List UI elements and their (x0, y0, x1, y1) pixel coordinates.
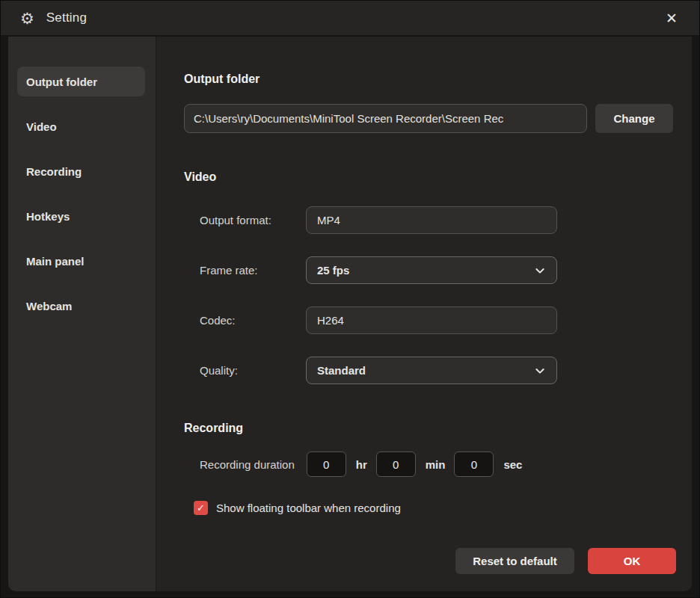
output-format-row: Output format: (184, 206, 692, 234)
output-path-input[interactable] (184, 104, 587, 133)
video-heading: Video (184, 170, 692, 184)
gear-icon: ⚙ (20, 10, 34, 26)
ok-button[interactable]: OK (588, 548, 676, 574)
chevron-down-icon (534, 265, 546, 277)
recording-duration-label: Recording duration (200, 458, 295, 471)
minutes-input[interactable] (376, 451, 416, 477)
codec-label: Codec: (200, 314, 306, 327)
frame-rate-value: 25 fps (317, 264, 349, 277)
quality-label: Quality: (200, 364, 306, 377)
chevron-down-icon (534, 365, 546, 377)
seconds-input[interactable] (454, 451, 494, 477)
recording-duration-row: Recording duration hr min sec (184, 451, 692, 477)
codec-row: Codec: (184, 306, 692, 334)
sidebar-item-hotkeys[interactable]: Hotkeys (17, 201, 145, 231)
floating-toolbar-label: Show floating toolbar when recording (216, 502, 401, 514)
video-rows: Output format: Frame rate: 25 fps (184, 206, 692, 384)
frame-rate-label: Frame rate: (200, 264, 306, 277)
footer-buttons: Reset to default OK (455, 548, 676, 574)
change-button[interactable]: Change (595, 104, 673, 133)
sidebar-item-recording[interactable]: Recording (17, 156, 145, 186)
seconds-unit-label: sec (503, 458, 522, 471)
output-folder-row: Change (184, 104, 692, 133)
dialog-body: Output folder Video Recording Hotkeys Ma… (1, 37, 699, 597)
sidebar-item-output-folder[interactable]: Output folder (17, 67, 145, 96)
settings-window: ⚙ Setting ✕ Output folder Video Recordin… (0, 0, 700, 598)
frame-rate-row: Frame rate: 25 fps (184, 256, 692, 284)
window-title: Setting (46, 10, 87, 25)
hours-unit-label: hr (356, 458, 367, 471)
reset-to-default-button[interactable]: Reset to default (455, 548, 574, 574)
output-format-input[interactable] (317, 214, 546, 226)
frame-rate-dropdown[interactable]: 25 fps (306, 256, 557, 284)
title-bar: ⚙ Setting ✕ (1, 1, 699, 37)
sidebar-item-main-panel[interactable]: Main panel (17, 246, 145, 276)
output-format-field[interactable] (306, 206, 557, 234)
recording-heading: Recording (184, 422, 692, 435)
sidebar-item-webcam[interactable]: Webcam (17, 291, 145, 321)
quality-value: Standard (317, 364, 366, 377)
minutes-unit-label: min (426, 458, 446, 471)
output-folder-heading: Output folder (184, 73, 692, 86)
codec-field[interactable] (306, 306, 557, 334)
quality-row: Quality: Standard (184, 357, 692, 384)
output-format-label: Output format: (200, 214, 306, 226)
codec-input[interactable] (317, 314, 546, 327)
floating-toolbar-row: ✓ Show floating toolbar when recording (184, 501, 692, 515)
floating-toolbar-checkbox[interactable]: ✓ (194, 501, 208, 515)
quality-dropdown[interactable]: Standard (306, 357, 557, 384)
settings-content: Output folder Change Video Output format… (156, 37, 692, 591)
sidebar: Output folder Video Recording Hotkeys Ma… (8, 37, 156, 591)
hours-input[interactable] (307, 451, 346, 477)
close-icon[interactable]: ✕ (660, 7, 683, 29)
sidebar-item-video[interactable]: Video (17, 111, 145, 141)
